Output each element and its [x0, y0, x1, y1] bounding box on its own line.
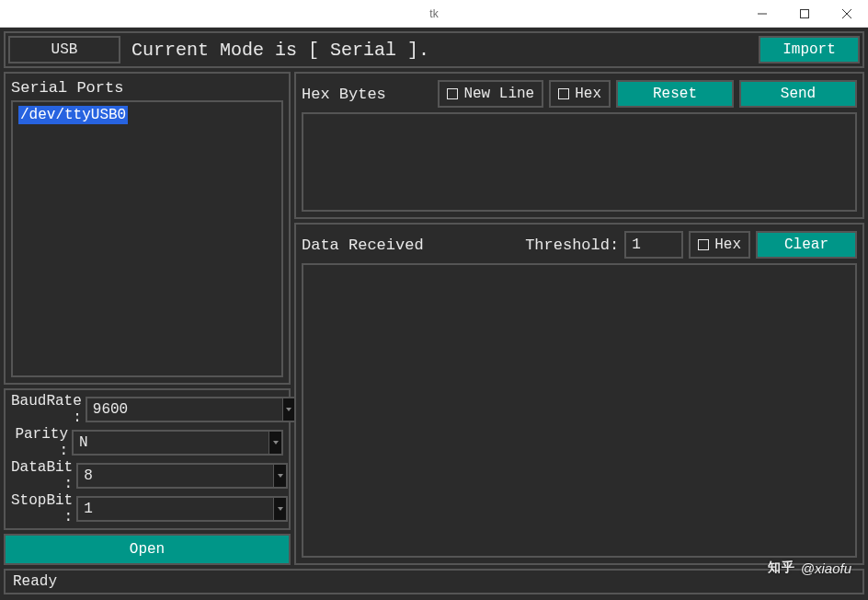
serial-ports-list[interactable]: /dev/ttyUSB0	[11, 100, 283, 377]
svg-rect-0	[801, 10, 809, 18]
data-received-title: Data Received	[302, 237, 424, 254]
serial-ports-title: Serial Ports	[11, 79, 283, 97]
hex-bytes-panel: Hex Bytes New Line Hex Reset Send	[294, 72, 864, 219]
hex-bytes-title: Hex Bytes	[302, 86, 386, 103]
close-icon	[842, 9, 851, 18]
stopbit-row: StopBit :	[11, 495, 283, 523]
window-close-button[interactable]	[826, 0, 868, 28]
usb-button[interactable]: USB	[8, 36, 120, 63]
window-controls	[741, 0, 868, 28]
chevron-down-icon[interactable]	[273, 465, 286, 487]
status-text: Ready	[13, 573, 57, 590]
baudrate-combo[interactable]	[86, 397, 297, 422]
maximize-icon	[800, 9, 809, 18]
topbar: USB Current Mode is [ Serial ]. Import	[4, 31, 864, 68]
serial-settings-panel: BaudRate : Parity :	[4, 388, 291, 530]
chevron-down-icon[interactable]	[268, 432, 281, 454]
window-title: tk	[429, 7, 438, 20]
chevron-down-icon[interactable]	[273, 498, 286, 520]
hex-label: Hex	[575, 86, 601, 102]
parity-combo[interactable]	[72, 430, 283, 456]
serial-ports-panel: Serial Ports /dev/ttyUSB0	[4, 72, 291, 385]
stopbit-input[interactable]	[78, 498, 273, 520]
clear-button[interactable]: Clear	[756, 231, 857, 259]
app-root: USB Current Mode is [ Serial ]. Import S…	[0, 28, 868, 600]
minimize-icon	[758, 9, 767, 18]
baudrate-label: BaudRate :	[11, 393, 82, 426]
import-button[interactable]: Import	[759, 36, 860, 63]
threshold-input[interactable]	[624, 231, 683, 259]
serial-port-item[interactable]: /dev/ttyUSB0	[18, 106, 128, 124]
open-button[interactable]: Open	[4, 534, 291, 565]
body: Serial Ports /dev/ttyUSB0 BaudRate :	[4, 72, 864, 565]
checkbox-icon	[698, 239, 709, 250]
status-bar: Ready	[4, 569, 864, 594]
data-hex-checkbox[interactable]: Hex	[689, 231, 750, 259]
data-hex-label: Hex	[714, 237, 741, 253]
window-titlebar: tk	[0, 0, 868, 28]
data-received-textarea[interactable]	[302, 263, 857, 558]
left-column: Serial Ports /dev/ttyUSB0 BaudRate :	[4, 72, 291, 565]
checkbox-icon	[558, 88, 569, 99]
parity-label: Parity :	[11, 426, 68, 459]
databit-input[interactable]	[78, 465, 273, 487]
window-minimize-button[interactable]	[741, 0, 783, 28]
newline-label: New Line	[463, 86, 534, 102]
baudrate-input[interactable]	[87, 398, 282, 421]
databit-label: DataBit :	[11, 459, 73, 492]
newline-checkbox[interactable]: New Line	[438, 80, 543, 108]
window-maximize-button[interactable]	[783, 0, 826, 28]
data-received-panel: Data Received Threshold: Hex Clear	[294, 223, 864, 565]
stopbit-label: StopBit :	[11, 492, 73, 525]
stopbit-combo[interactable]	[76, 496, 288, 522]
parity-input[interactable]	[74, 432, 268, 454]
databit-row: DataBit :	[11, 462, 283, 490]
right-column: Hex Bytes New Line Hex Reset Send	[294, 72, 864, 565]
threshold-label: Threshold:	[525, 237, 619, 254]
databit-combo[interactable]	[76, 463, 288, 489]
baudrate-row: BaudRate :	[11, 396, 283, 423]
checkbox-icon	[447, 88, 458, 99]
send-button[interactable]: Send	[739, 80, 857, 108]
hex-checkbox[interactable]: Hex	[549, 80, 611, 108]
hex-bytes-textarea[interactable]	[302, 112, 857, 212]
mode-text: Current Mode is [ Serial ].	[126, 40, 753, 61]
chevron-down-icon[interactable]	[282, 398, 295, 421]
parity-row: Parity :	[11, 429, 283, 456]
reset-button[interactable]: Reset	[616, 80, 734, 108]
